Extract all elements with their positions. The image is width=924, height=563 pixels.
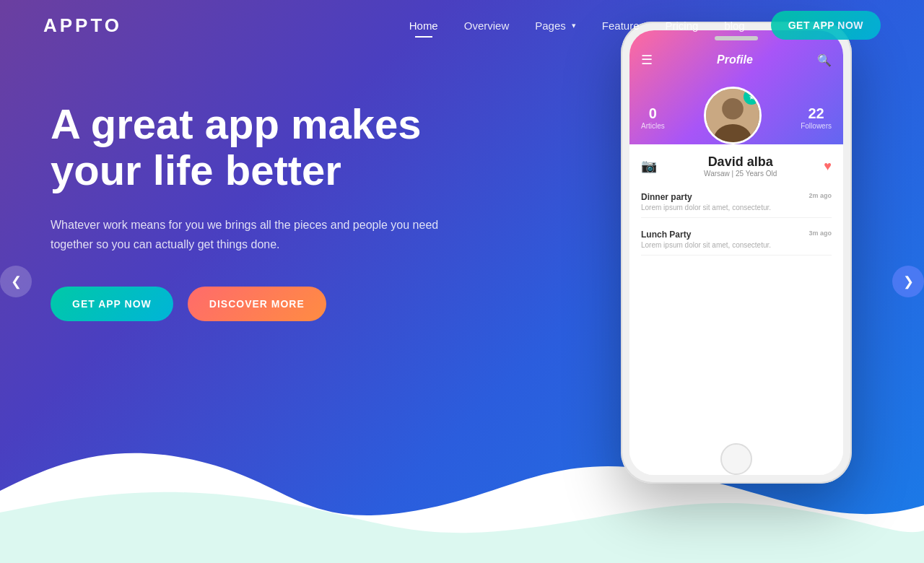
list-item: Dinner party 2m ago Lorem ipsum dolor si…: [641, 186, 832, 218]
profile-name: David alba: [708, 154, 773, 170]
app-screen-title: Profile: [717, 53, 753, 66]
nav-pricing[interactable]: Pricing: [665, 19, 698, 32]
avatar-star-badge: ★: [744, 89, 759, 105]
heart-icon: ♥: [824, 159, 832, 174]
nav-overview[interactable]: Overview: [464, 19, 510, 32]
nav-cta-button[interactable]: GET APP NOW: [771, 11, 881, 40]
carousel-next-button[interactable]: ❯: [892, 266, 924, 297]
phone-home-button: [720, 443, 752, 475]
list-item-title: Lunch Party 3m ago: [641, 230, 832, 240]
list-item: Lunch Party 3m ago Lorem ipsum dolor sit…: [641, 224, 832, 256]
chevron-left-icon: ❮: [11, 274, 22, 289]
nav-home[interactable]: Home: [409, 19, 438, 32]
nav-pages[interactable]: Pages ▾: [535, 19, 576, 32]
list-item-subtitle: Lorem ipsum dolor sit amet, consectetur.: [641, 204, 832, 211]
discover-more-button[interactable]: DISCOVER MORE: [188, 287, 326, 321]
profile-info: David alba Warsaw | 25 Years Old: [704, 154, 777, 178]
articles-stat: 0 Articles: [641, 105, 665, 144]
app-topbar: ☰ Profile 🔍: [641, 52, 832, 68]
followers-stat: 22 Followers: [801, 105, 832, 144]
hero-subtitle: Whatever work means for you we brings al…: [51, 215, 440, 254]
phone-inner: ☰ Profile 🔍 0 Articles: [629, 30, 843, 475]
phone-outer: ☰ Profile 🔍 0 Articles: [621, 22, 852, 484]
app-body: 📷 David alba Warsaw | 25 Years Old ♥ Din…: [629, 144, 843, 475]
chevron-right-icon: ❯: [903, 274, 914, 289]
app-screen: ☰ Profile 🔍 0 Articles: [629, 30, 843, 475]
camera-icon: 📷: [641, 158, 657, 174]
list-item-subtitle: Lorem ipsum dolor sit amet, consectetur.: [641, 241, 832, 249]
navbar: APPTO Home Overview Pages ▾ Feature Pric…: [0, 0, 924, 51]
phone-mockup: ☰ Profile 🔍 0 Articles: [621, 22, 866, 512]
avatar: ★: [704, 87, 762, 144]
profile-name-row: 📷 David alba Warsaw | 25 Years Old ♥: [641, 152, 832, 180]
nav-feature[interactable]: Feature: [602, 19, 640, 32]
hero-content: A great app makes your life better Whate…: [51, 101, 498, 321]
logo: APPTO: [43, 14, 122, 37]
nav-blog[interactable]: blog: [724, 19, 744, 32]
hero-title: A great app makes your life better: [51, 101, 498, 193]
carousel-prev-button[interactable]: ❮: [0, 266, 32, 297]
chevron-down-icon: ▾: [572, 21, 576, 30]
menu-icon: ☰: [641, 52, 653, 68]
profile-location: Warsaw | 25 Years Old: [704, 170, 777, 178]
search-icon: 🔍: [817, 53, 832, 67]
get-app-now-button[interactable]: GET APP NOW: [51, 287, 173, 321]
svg-point-1: [722, 98, 744, 120]
list-item-title: Dinner party 2m ago: [641, 192, 832, 202]
nav-links: Home Overview Pages ▾ Feature Pricing bl…: [409, 11, 881, 40]
hero-section: APPTO Home Overview Pages ▾ Feature Pric…: [0, 0, 924, 563]
hero-buttons: GET APP NOW DISCOVER MORE: [51, 287, 498, 321]
profile-section: 0 Articles: [641, 79, 832, 144]
avatar-container: ★: [675, 87, 790, 144]
